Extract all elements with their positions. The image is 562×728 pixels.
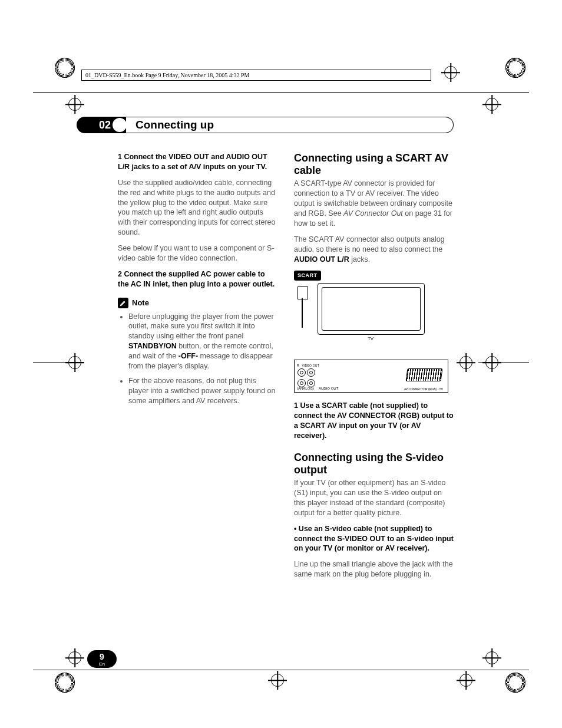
scart-p2: The SCART AV connector also outputs anal… — [294, 235, 454, 265]
chapter-number: 02 — [99, 119, 111, 131]
crop-line — [478, 362, 529, 363]
page-lang: En — [87, 662, 117, 667]
svideo-heading: Connecting using the S-video output — [294, 452, 454, 476]
crop-mark-icon — [485, 98, 498, 111]
scart-p2a: The SCART AV connector also outputs anal… — [294, 235, 445, 253]
step1-below: See below if you want to use a component… — [118, 243, 277, 263]
chapter-title-wrap: Connecting up — [118, 117, 454, 133]
note1-strong1: STANDBY/ON — [128, 342, 177, 350]
document-meta: 01_DVD-S559_En.book Page 9 Friday, Novem… — [81, 70, 431, 81]
registration-starburst — [505, 58, 525, 78]
crop-mark-icon — [459, 356, 472, 369]
rca-jacks-icon: R VIDEO OUT — [297, 364, 319, 389]
registration-starburst — [55, 673, 75, 693]
crop-line — [33, 92, 529, 93]
page-number: 9 — [100, 652, 104, 661]
crop-mark-icon — [271, 674, 284, 687]
step2-heading: 2 Connect the supplied AC power cable to… — [118, 269, 277, 289]
registration-starburst — [505, 673, 525, 693]
svideo-p1: If your TV (or other equipment) has an S… — [294, 478, 454, 518]
scart-diagram: SCART TV R VIDEO OUT — [294, 270, 454, 393]
pencil-icon — [118, 298, 128, 308]
scart-badge: SCART — [294, 271, 321, 280]
tv-icon — [318, 283, 425, 335]
crop-line — [33, 362, 84, 363]
note1-part-a: Before unplugging the player from the po… — [128, 312, 274, 341]
left-column: 1 Connect the VIDEO OUT and AUDIO OUT L/… — [118, 152, 277, 585]
back-panel-icon: R VIDEO OUT (ANALOG) AUDIO OUT AV CONNEC… — [294, 360, 448, 393]
meta-text: 01_DVD-S559_En.book Page 9 Friday, Novem… — [85, 72, 250, 78]
crop-mark-icon — [485, 356, 498, 369]
step1-body: Use the supplied audio/video cable, conn… — [118, 178, 277, 238]
scart-p1-em: AV Connector Out — [343, 209, 403, 218]
note1-strong2: -OFF- — [178, 352, 198, 360]
right-column: Connecting using a SCART AV cable A SCAR… — [294, 152, 454, 585]
scart-connector-icon — [405, 368, 442, 381]
list-item: Before unplugging the player from the po… — [128, 312, 277, 371]
crop-line — [33, 670, 529, 670]
crop-mark-icon — [459, 674, 472, 687]
scart-step1: 1 Use a SCART cable (not supplied) to co… — [294, 401, 454, 441]
crop-mark-icon — [68, 356, 81, 369]
crop-mark-icon — [68, 98, 81, 111]
tv-label: TV — [318, 336, 424, 342]
svideo-p2: Line up the small triangle above the jac… — [294, 559, 454, 579]
note-list: Before unplugging the player from the po… — [118, 312, 277, 406]
note-label: Note — [132, 298, 149, 308]
panel-audio-label: AUDIO OUT — [319, 386, 338, 391]
chapter-title: Connecting up — [135, 118, 214, 131]
scart-p1: A SCART-type AV connector is provided fo… — [294, 179, 454, 228]
svideo-bullet: • Use an S-video cable (not supplied) to… — [294, 524, 454, 554]
page-number-badge: 9 En — [87, 650, 117, 668]
registration-starburst — [55, 58, 75, 78]
scart-heading: Connecting using a SCART AV cable — [294, 152, 454, 176]
body-columns: 1 Connect the VIDEO OUT and AUDIO OUT L/… — [118, 152, 454, 585]
note2-text: For the above reasons, do not plug this … — [128, 377, 275, 405]
panel-labels: (ANALOG) AUDIO OUT — [297, 386, 338, 391]
crop-mark-icon — [485, 651, 498, 664]
step1-heading: 1 Connect the VIDEO OUT and AUDIO OUT L/… — [118, 152, 277, 172]
crop-mark-icon — [444, 66, 457, 79]
scart-p2b: jacks. — [349, 255, 370, 263]
scart-p2-strong: AUDIO OUT L/R — [294, 255, 349, 263]
chapter-header: 02 Connecting up — [77, 117, 454, 133]
panel-av-label: AV CONNECTOR (RGB) - TV — [404, 387, 443, 391]
cable-icon — [294, 286, 312, 345]
panel-analog-label: (ANALOG) — [297, 386, 314, 391]
list-item: For the above reasons, do not plug this … — [128, 376, 277, 406]
crop-mark-icon — [68, 651, 81, 664]
note-header: Note — [118, 298, 277, 308]
